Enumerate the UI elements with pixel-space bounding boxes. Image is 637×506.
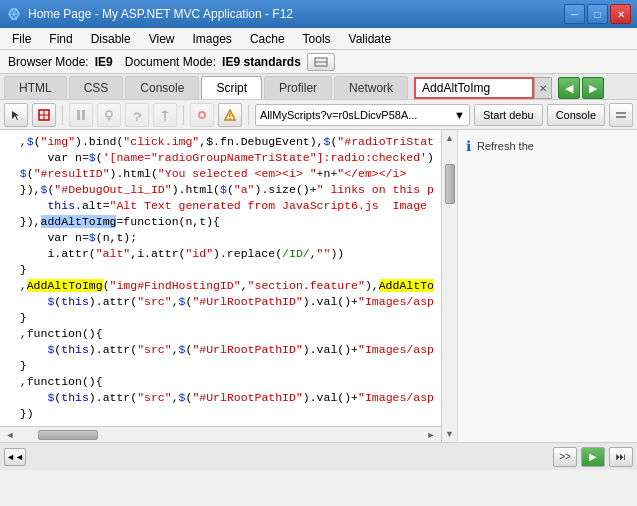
scroll-left-button[interactable]: ◄ bbox=[2, 429, 18, 441]
code-line-5: this.alt="Alt Text generated from JavaSc… bbox=[0, 198, 441, 214]
search-close-button[interactable]: ✕ bbox=[534, 77, 552, 99]
app-icon bbox=[6, 6, 22, 22]
nav-prev-button[interactable]: ◀ bbox=[558, 77, 580, 99]
code-text-4: }),$("#DebugOut_li_ID").html($("a").size… bbox=[6, 182, 435, 198]
refresh-button[interactable]: ℹ Refresh the bbox=[462, 134, 633, 158]
title-bar: Home Page - My ASP.NET MVC Application -… bbox=[0, 0, 637, 28]
svg-point-11 bbox=[106, 111, 112, 117]
tab-script[interactable]: Script bbox=[201, 76, 262, 99]
browser-mode-label: Browser Mode: bbox=[8, 55, 89, 69]
pointer-tool[interactable] bbox=[4, 103, 28, 127]
nav-skip-button[interactable]: >> bbox=[553, 447, 577, 467]
tab-css[interactable]: CSS bbox=[69, 76, 124, 99]
code-line-3: $("#resultID").html("You selected <em><i… bbox=[0, 166, 441, 182]
step-into-tool[interactable] bbox=[97, 103, 121, 127]
svg-rect-10 bbox=[82, 110, 85, 120]
horizontal-scroll-thumb[interactable] bbox=[38, 430, 98, 440]
code-text-17: $(this).attr("src",$("#UrlRootPathID").v… bbox=[6, 390, 435, 406]
search-box-container: ✕ bbox=[414, 77, 552, 99]
separator-3 bbox=[248, 105, 249, 125]
scroll-far-left-button[interactable]: ◄◄ bbox=[4, 448, 26, 466]
scroll-down-button[interactable]: ▼ bbox=[444, 428, 456, 440]
code-text-8: i.attr("alt",i.attr("id").replace(/ID/,"… bbox=[6, 246, 435, 262]
toolbar: AllMyScripts?v=r0sLDicvP58A... ▼ Start d… bbox=[0, 100, 637, 130]
right-panel: ℹ Refresh the bbox=[457, 130, 637, 442]
svg-rect-9 bbox=[77, 110, 80, 120]
menu-validate[interactable]: Validate bbox=[341, 30, 399, 48]
info-bar: Browser Mode: IE9 Document Mode: IE9 sta… bbox=[0, 50, 637, 74]
code-line-14: $(this).attr("src",$("#UrlRootPathID").v… bbox=[0, 342, 441, 358]
code-text-9: } bbox=[6, 262, 435, 278]
code-text-7: var n=$(n,t); bbox=[6, 230, 435, 246]
svg-marker-16 bbox=[161, 110, 169, 117]
nav-play-button[interactable]: ▶ bbox=[581, 447, 605, 467]
separator-2 bbox=[183, 105, 184, 125]
svg-point-19 bbox=[200, 113, 204, 117]
code-text-18: }) bbox=[6, 406, 435, 422]
dropdown-arrow-icon: ▼ bbox=[454, 109, 465, 121]
minimize-button[interactable]: ─ bbox=[564, 4, 585, 24]
code-text-6: }),addAltToImg=function(n,t){ bbox=[6, 214, 435, 230]
close-button[interactable]: ✕ bbox=[610, 4, 631, 24]
code-content: ,$("img").bind("click.img",$.fn.DebugEve… bbox=[0, 130, 441, 426]
code-line-9: } bbox=[0, 262, 441, 278]
horizontal-scrollbar[interactable]: ◄ ► bbox=[0, 426, 441, 442]
code-text-10: ,AddAltToImg("img#FindHostingID","sectio… bbox=[6, 278, 435, 294]
tab-console[interactable]: Console bbox=[125, 76, 199, 99]
code-line-8: i.attr("alt",i.attr("id").replace(/ID/,"… bbox=[0, 246, 441, 262]
tab-html[interactable]: HTML bbox=[4, 76, 67, 99]
menu-disable[interactable]: Disable bbox=[83, 30, 139, 48]
step-over-tool[interactable] bbox=[125, 103, 149, 127]
code-line-18: }) bbox=[0, 406, 441, 422]
compat-button[interactable] bbox=[307, 53, 335, 71]
code-text-13: ,function(){ bbox=[6, 326, 435, 342]
dropdown-value: AllMyScripts?v=r0sLDicvP58A... bbox=[260, 109, 454, 121]
tab-profiler[interactable]: Profiler bbox=[264, 76, 332, 99]
step-out-tool[interactable] bbox=[153, 103, 177, 127]
nav-end-button[interactable]: ⏭ bbox=[609, 447, 633, 467]
code-text-1: ,$("img").bind("click.img",$.fn.DebugEve… bbox=[6, 134, 435, 150]
scroll-right-button[interactable]: ► bbox=[423, 429, 439, 441]
code-editor[interactable]: ,$("img").bind("click.img",$.fn.DebugEve… bbox=[0, 130, 441, 426]
vertical-scroll-thumb[interactable] bbox=[445, 164, 455, 204]
menu-images[interactable]: Images bbox=[185, 30, 240, 48]
window-controls: ─ □ ✕ bbox=[564, 4, 631, 24]
doc-mode-label: Document Mode: bbox=[125, 55, 216, 69]
pause-tool[interactable] bbox=[69, 103, 93, 127]
code-line-17: $(this).attr("src",$("#UrlRootPathID").v… bbox=[0, 390, 441, 406]
code-line-15: } bbox=[0, 358, 441, 374]
nav-next-button[interactable]: ▶ bbox=[582, 77, 604, 99]
code-text-14: $(this).attr("src",$("#UrlRootPathID").v… bbox=[6, 342, 435, 358]
start-debug-button[interactable]: Start debu bbox=[474, 104, 543, 126]
content-area: ,$("img").bind("click.img",$.fn.DebugEve… bbox=[0, 130, 637, 442]
console-button[interactable]: Console bbox=[547, 104, 605, 126]
menu-file[interactable]: File bbox=[4, 30, 39, 48]
maximize-button[interactable]: □ bbox=[587, 4, 608, 24]
code-line-6: }),addAltToImg=function(n,t){ bbox=[0, 214, 441, 230]
code-line-7: var n=$(n,t); bbox=[0, 230, 441, 246]
search-input[interactable] bbox=[414, 77, 534, 99]
code-line-11: $(this).attr("src",$("#UrlRootPathID").v… bbox=[0, 294, 441, 310]
code-line-13: ,function(){ bbox=[0, 326, 441, 342]
code-panel: ,$("img").bind("click.img",$.fn.DebugEve… bbox=[0, 130, 441, 442]
code-line-4: }),$("#DebugOut_li_ID").html($("a").size… bbox=[0, 182, 441, 198]
menu-cache[interactable]: Cache bbox=[242, 30, 293, 48]
scroll-up-button[interactable]: ▲ bbox=[444, 132, 456, 144]
menu-tools[interactable]: Tools bbox=[295, 30, 339, 48]
breakpoints-tool[interactable] bbox=[190, 103, 214, 127]
script-dropdown[interactable]: AllMyScripts?v=r0sLDicvP58A... ▼ bbox=[255, 104, 470, 126]
code-text-12: } bbox=[6, 310, 435, 326]
more-options-button[interactable] bbox=[609, 103, 633, 127]
tab-network[interactable]: Network bbox=[334, 76, 408, 99]
refresh-text: Refresh the bbox=[477, 140, 534, 152]
bottom-nav-buttons: >> ▶ ⏭ bbox=[553, 447, 633, 467]
menu-find[interactable]: Find bbox=[41, 30, 80, 48]
doc-mode-value: IE9 standards bbox=[222, 55, 301, 69]
bottom-bar: ◄◄ >> ▶ ⏭ bbox=[0, 442, 637, 470]
exception-tool[interactable] bbox=[218, 103, 242, 127]
code-text-11: $(this).attr("src",$("#UrlRootPathID").v… bbox=[6, 294, 435, 310]
menu-view[interactable]: View bbox=[141, 30, 183, 48]
select-tool[interactable] bbox=[32, 103, 56, 127]
vertical-scrollbar[interactable]: ▲ ▼ bbox=[441, 130, 457, 442]
code-text-16: ,function(){ bbox=[6, 374, 435, 390]
